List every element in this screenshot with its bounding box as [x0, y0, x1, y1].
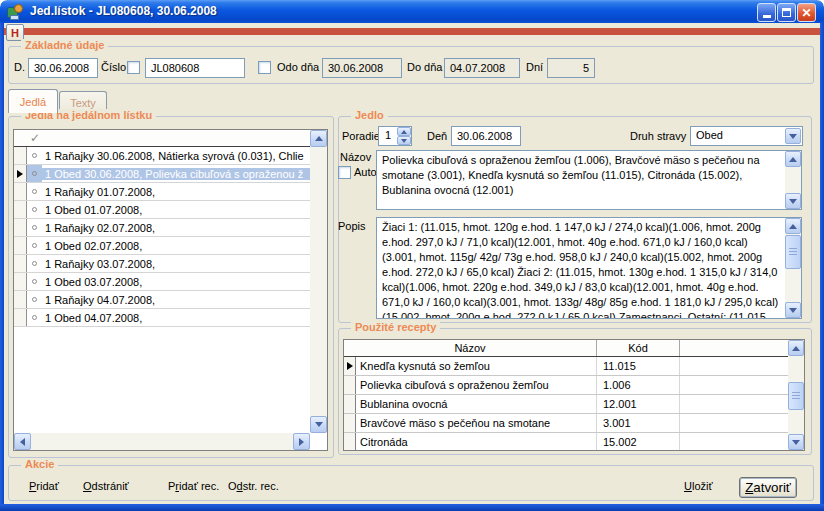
nazov-textarea[interactable]: Polievka cibuľová s opraženou žemľou (1.…: [376, 150, 802, 210]
maximize-button[interactable]: [777, 3, 796, 22]
list-item[interactable]: 1 Raňajky 30.06.2008, Nátierka syrová (0…: [14, 147, 310, 165]
column-header-nazov[interactable]: Názov: [344, 340, 597, 356]
nazov-text: Polievka cibuľová s opraženou žemľou (1.…: [377, 151, 785, 209]
list-item[interactable]: 1 Obed 01.07.2008,: [14, 201, 310, 219]
auto-checkbox[interactable]: [338, 166, 351, 179]
scroll-down-icon[interactable]: [310, 416, 327, 433]
pridat-rec-button[interactable]: Pridať rec.: [168, 480, 219, 492]
application-window: Jed.lístok - JL080608, 30.06.2008 ✕ H Zá…: [0, 0, 824, 511]
popis-vscrollbar[interactable]: [785, 218, 801, 318]
tab-jedla[interactable]: Jedlá: [8, 89, 58, 113]
ulozit-button[interactable]: Uložiť: [684, 480, 713, 492]
row-bullet-icon: [27, 237, 42, 254]
d-label: D.: [14, 61, 25, 73]
window-border-left: [0, 23, 4, 504]
scroll-up-icon[interactable]: [310, 130, 327, 147]
scroll-left-icon[interactable]: [14, 433, 31, 450]
table-row[interactable]: Knedľa kysnutá so žemľou11.015: [344, 357, 788, 376]
title-bar[interactable]: Jed.lístok - JL080608, 30.06.2008 ✕: [0, 0, 824, 23]
recipe-name-cell: Citronáda: [356, 433, 597, 451]
row-indicator: [14, 309, 27, 326]
recipe-code-cell: 1.006: [597, 376, 680, 394]
table-row[interactable]: Bravčové mäso s pečeňou na smotane3.001: [344, 414, 788, 433]
table-row[interactable]: Citronáda15.002: [344, 433, 788, 451]
recipes-table: Názov Kód Knedľa kysnutá so žemľou11.015…: [343, 339, 805, 451]
list-item-text: 1 Obed 02.07.2008,: [42, 240, 310, 252]
den-input[interactable]: 30.06.2008: [451, 126, 521, 146]
table-row[interactable]: Bublanina ovocná12.001: [344, 395, 788, 414]
scroll-down-icon[interactable]: [785, 302, 801, 318]
table-row[interactable]: Polievka cibuľová s opraženou žemľou1.00…: [344, 376, 788, 395]
close-button[interactable]: ✕: [797, 3, 816, 22]
cislo-checkbox[interactable]: [127, 61, 140, 74]
scroll-down-icon[interactable]: [785, 193, 801, 209]
row-indicator-arrow-icon: [14, 165, 27, 182]
row-indicator: [344, 376, 356, 394]
recipe-name-cell: Bublanina ovocná: [356, 395, 597, 413]
pridat-button[interactable]: Pridať: [29, 480, 59, 492]
recipe-code-cell: 11.015: [597, 357, 680, 375]
row-bullet-icon: [27, 219, 42, 236]
druh-stravy-select[interactable]: Obed: [690, 126, 803, 146]
scroll-up-icon[interactable]: [785, 218, 801, 234]
basic-data-legend: Základné údaje: [21, 39, 108, 51]
empty-cell: [680, 395, 788, 413]
scroll-down-icon[interactable]: [788, 434, 804, 450]
row-indicator: [14, 219, 27, 236]
row-indicator: [14, 183, 27, 200]
spin-up-icon[interactable]: [397, 127, 411, 136]
close-icon: ✕: [801, 7, 811, 19]
minimize-button[interactable]: [757, 3, 776, 22]
maximize-icon: [782, 8, 791, 17]
meal-list-vscrollbar[interactable]: [310, 130, 327, 433]
d-date-input[interactable]: 30.06.2008: [28, 58, 98, 78]
scroll-up-icon[interactable]: [788, 340, 804, 356]
app-icon: [7, 4, 23, 20]
row-indicator: [344, 433, 356, 451]
odo-dna-checkbox[interactable]: [258, 61, 271, 74]
list-item[interactable]: 1 Obed 04.07.2008,: [14, 309, 310, 327]
row-indicator: [14, 291, 27, 308]
jedlo-legend: Jedlo: [351, 109, 388, 121]
poradie-stepper[interactable]: 1: [378, 126, 412, 146]
row-indicator: [344, 414, 356, 432]
list-item[interactable]: 1 Raňajky 02.07.2008,: [14, 219, 310, 237]
vscroll-track[interactable]: [310, 130, 327, 433]
recipes-vscrollbar[interactable]: [788, 340, 804, 450]
recipes-table-rows: Knedľa kysnutá so žemľou11.015Polievka c…: [344, 357, 788, 450]
druh-stravy-label: Druh stravy: [630, 130, 686, 142]
recipe-code-cell: 12.001: [597, 395, 680, 413]
list-item[interactable]: 1 Obed 30.06.2008, Polievka cibuľová s o…: [14, 165, 310, 183]
vscroll-thumb[interactable]: [785, 235, 801, 269]
scroll-up-icon[interactable]: [785, 151, 801, 167]
list-item[interactable]: 1 Raňajky 04.07.2008,: [14, 291, 310, 309]
spin-down-icon[interactable]: [397, 136, 411, 145]
chevron-down-icon[interactable]: [785, 128, 801, 144]
hscroll-track[interactable]: [14, 433, 310, 450]
row-indicator: [344, 395, 356, 413]
recipe-code-cell: 3.001: [597, 414, 680, 432]
vscroll-thumb[interactable]: [788, 382, 804, 410]
popis-textarea[interactable]: Žiaci 1: (11.015, hmot. 120g e.hod. 1 14…: [376, 217, 802, 319]
meal-list-hscrollbar[interactable]: [14, 433, 310, 450]
odo-dna-input[interactable]: 30.06.2008: [322, 58, 402, 78]
zatvorit-button[interactable]: Zatvoriť: [739, 477, 797, 498]
list-item-text: 1 Raňajky 30.06.2008, Nátierka syrová (0…: [42, 150, 310, 162]
list-item[interactable]: 1 Raňajky 01.07.2008,: [14, 183, 310, 201]
recipe-code-cell: 15.002: [597, 433, 680, 451]
odstranit-button[interactable]: Odstrániť: [83, 480, 129, 492]
column-header-kod[interactable]: Kód: [597, 340, 680, 356]
nazov-vscrollbar[interactable]: [785, 151, 801, 209]
do-dna-input[interactable]: 04.07.2008: [444, 58, 520, 78]
dni-input[interactable]: 5: [547, 58, 595, 78]
list-item[interactable]: 1 Obed 03.07.2008,: [14, 273, 310, 291]
list-item-text: 1 Raňajky 03.07.2008,: [42, 258, 310, 270]
recipes-table-header: Názov Kód: [344, 340, 788, 357]
list-item[interactable]: 1 Obed 02.07.2008,: [14, 237, 310, 255]
window-border-bottom: [0, 504, 824, 511]
row-bullet-icon: [27, 291, 42, 308]
odstr-rec-button[interactable]: Odstr. rec.: [228, 480, 279, 492]
list-item[interactable]: 1 Raňajky 03.07.2008,: [14, 255, 310, 273]
scroll-right-icon[interactable]: [293, 433, 310, 450]
cislo-input[interactable]: JL080608: [145, 58, 245, 78]
